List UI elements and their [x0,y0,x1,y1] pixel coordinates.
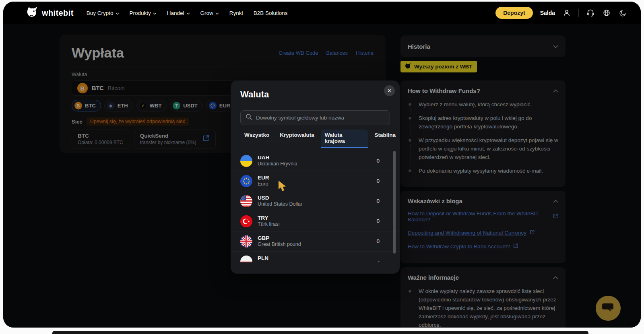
currency-balance: 0 [376,238,380,244]
currency-balance: - [378,258,380,262]
moon-icon[interactable] [618,8,627,17]
chevron-down-icon [116,10,119,16]
currency-balance: 0 [376,158,380,164]
chevron-down-icon [153,10,157,16]
currency-row-eur[interactable]: EUREuro 0 [231,171,400,191]
whitebit-logo[interactable]: whitebit [27,7,74,19]
balances-nav-link[interactable]: Salda [540,10,555,16]
menu-rynki[interactable]: Rynki [229,10,243,16]
main-menu: Buy Crypto Produkty Handel Grow Rynki B2… [87,10,288,16]
menu-grow[interactable]: Grow [200,10,219,16]
currency-row-gbp[interactable]: GBPGreat British pound 0 [231,231,400,252]
pln-flag-icon [240,256,252,263]
navbar-right: Depozyt Salda [495,7,627,19]
deposit-button[interactable]: Depozyt [495,7,533,19]
currency-search [240,110,390,125]
currency-balance: 0 [376,198,380,204]
menu-handel[interactable]: Handel [167,10,190,16]
tabs-divider [240,142,390,142]
whitebit-bull-icon [27,7,38,19]
menu-b2b-solutions[interactable]: B2B Solutions [254,10,288,16]
currency-row-usd[interactable]: USDUnited States Dollar 0 [231,191,400,211]
user-icon[interactable] [562,8,571,17]
usd-flag-icon [240,195,252,207]
navbar-divider [578,9,579,17]
globe-icon[interactable] [602,8,611,17]
eur-flag-icon [240,175,252,187]
headset-icon[interactable] [586,8,595,17]
currency-list: UAHUkrainian Hryvnia 0 EUREuro 0 USDUnit… [231,145,400,262]
mouse-cursor [278,180,289,192]
scrollbar-thumb[interactable] [393,151,396,254]
currency-balance: 0 [376,178,380,184]
gbp-flag-icon [240,235,252,247]
menu-produkty[interactable]: Produkty [130,10,157,16]
currency-balance: 0 [376,218,380,224]
logo-wordmark: whitebit [42,8,74,18]
chevron-down-icon [215,10,219,16]
close-icon[interactable]: × [384,85,395,96]
try-flag-icon [240,215,252,227]
background-window-edge [52,331,588,334]
currency-row-uah[interactable]: UAHUkrainian Hryvnia 0 [231,151,400,171]
search-icon [246,113,252,122]
search-input[interactable] [256,115,385,121]
top-navbar: whitebit Buy Crypto Produkty Handel Grow… [3,2,641,24]
uah-flag-icon [240,155,252,167]
currency-row-pln[interactable]: PLN - [231,252,400,262]
menu-buy-crypto[interactable]: Buy Crypto [87,10,119,16]
currency-modal: × Waluta Wszystko Kryptowaluta Waluta kr… [231,80,400,274]
currency-row-try[interactable]: TRYTürk lirası 0 [231,211,400,231]
page-content: Wypłata Create WB Code Balances Historia… [3,24,641,328]
chevron-down-icon [186,10,190,16]
browser-window: whitebit Buy Crypto Produkty Handel Grow… [3,2,641,328]
modal-title: Waluta [240,89,269,100]
